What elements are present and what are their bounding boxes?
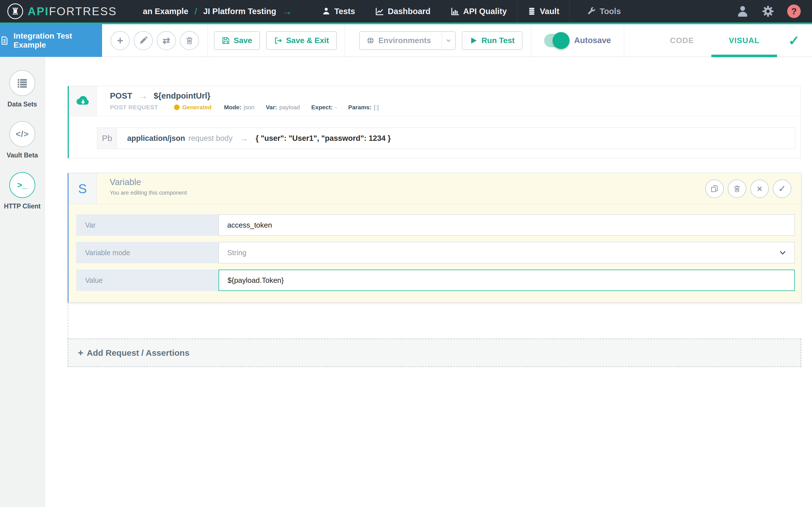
sidebar-item-http-client[interactable]: >_ HTTP Client bbox=[4, 172, 41, 210]
save-exit-button[interactable]: Save & Exit bbox=[266, 31, 337, 50]
cancel-edit-button[interactable]: × bbox=[750, 179, 769, 198]
add-request-label: Add Request / Assertions bbox=[87, 348, 190, 358]
variable-mode-select[interactable]: String bbox=[218, 242, 795, 263]
meta-mode: Mode:json bbox=[224, 104, 254, 111]
sidebar-label: HTTP Client bbox=[4, 203, 41, 210]
plus-icon: + bbox=[78, 347, 84, 358]
post-title-block: POST → ${endpointUrl} POST REQUEST Gener… bbox=[97, 86, 390, 116]
wrench-icon bbox=[587, 7, 596, 15]
variable-tag: S bbox=[68, 173, 97, 204]
plus-icon: + bbox=[117, 35, 123, 46]
bar-chart-icon bbox=[451, 7, 459, 15]
field-row-var: Var access_token bbox=[76, 214, 795, 236]
copy-icon bbox=[711, 185, 718, 193]
save-button[interactable]: Save bbox=[214, 31, 260, 50]
edit-button[interactable] bbox=[134, 31, 153, 50]
request-body-value: { "user": "User1", "password": 1234 } bbox=[256, 134, 391, 143]
variable-component-editor: S Variable You are editing this componen… bbox=[68, 173, 801, 302]
duplicate-button[interactable] bbox=[705, 179, 724, 198]
nav-label: Tests bbox=[335, 7, 355, 16]
brand-name: APIFORTRESS bbox=[28, 5, 117, 18]
delete-test-button[interactable] bbox=[180, 31, 199, 50]
field-label: Variable mode bbox=[76, 242, 218, 263]
nav-tools[interactable]: Tools bbox=[577, 0, 631, 22]
environments-dropdown[interactable]: Environments bbox=[359, 31, 456, 50]
save-label: Save bbox=[234, 36, 252, 45]
environments-label: Environments bbox=[378, 36, 431, 45]
nav-api-quality[interactable]: API Quality bbox=[441, 0, 517, 22]
component-icon-buttons: + ⇄ bbox=[110, 31, 199, 50]
field-row-value: Value ${payload.Token} bbox=[76, 270, 795, 291]
swap-arrows-icon: ⇄ bbox=[163, 36, 170, 45]
nav-label: Vault bbox=[540, 7, 559, 16]
topbar-right-icons: ? bbox=[737, 4, 812, 18]
tab-visual[interactable]: VISUAL bbox=[711, 24, 777, 57]
main-nav: Tests Dashboard API Quality Vault Tools bbox=[312, 0, 631, 22]
tab-code[interactable]: CODE bbox=[652, 24, 711, 57]
save-exit-label: Save & Exit bbox=[286, 36, 329, 45]
confirm-edit-button[interactable]: ✓ bbox=[773, 179, 792, 198]
top-navigation-bar: ♜ APIFORTRESS an Example / JI Platform T… bbox=[0, 0, 812, 24]
code-icon: </> bbox=[9, 121, 35, 147]
breadcrumb-project[interactable]: an Example bbox=[143, 7, 188, 16]
nav-tests[interactable]: Tests bbox=[312, 0, 365, 22]
exit-icon bbox=[274, 37, 282, 45]
autosave-toggle[interactable] bbox=[544, 34, 568, 47]
arrow-right-icon: → bbox=[240, 133, 248, 143]
generated-badge: Generated bbox=[174, 104, 212, 111]
brand-api: API bbox=[28, 5, 49, 17]
account-icon[interactable] bbox=[737, 5, 749, 17]
chevron-down-icon[interactable] bbox=[442, 32, 455, 49]
meta-params: Params:[:] bbox=[348, 104, 378, 111]
brand-fortress: FORTRESS bbox=[49, 5, 117, 17]
test-canvas: POST → ${endpointUrl} POST REQUEST Gener… bbox=[45, 57, 812, 507]
app-logo[interactable]: ♜ APIFORTRESS bbox=[0, 3, 117, 19]
variable-fields: Var access_token Variable mode String Va… bbox=[68, 204, 801, 302]
request-body-label: request body bbox=[189, 134, 233, 143]
meta-expect: Expect:- bbox=[311, 104, 337, 111]
tools-sidebar: Data Sets </> Vault Beta >_ HTTP Client bbox=[0, 57, 45, 507]
test-tab[interactable]: Integration Test Example bbox=[0, 24, 102, 57]
toolbar-divider bbox=[207, 24, 208, 57]
nav-label: Tools bbox=[600, 7, 621, 16]
sidebar-item-data-sets[interactable]: Data Sets bbox=[8, 70, 37, 108]
meta-var: Var:payload bbox=[266, 104, 300, 111]
floppy-icon bbox=[222, 37, 230, 45]
post-request-component[interactable]: POST → ${endpointUrl} POST REQUEST Gener… bbox=[68, 86, 801, 158]
play-icon bbox=[470, 37, 477, 45]
post-body-tag: Pb bbox=[97, 128, 117, 149]
terminal-glyph: >_ bbox=[17, 180, 28, 190]
breadcrumb-separator: / bbox=[195, 6, 197, 17]
arrow-right-icon: → bbox=[139, 91, 147, 101]
delete-component-button[interactable] bbox=[728, 179, 746, 198]
selected-option: String bbox=[227, 248, 246, 257]
generated-label: Generated bbox=[183, 104, 212, 111]
run-test-button[interactable]: Run Test bbox=[462, 31, 523, 50]
terminal-icon: >_ bbox=[9, 172, 35, 198]
trash-icon bbox=[733, 185, 741, 193]
add-request-assertions-button[interactable]: + Add Request / Assertions bbox=[68, 339, 801, 367]
code-glyph: </> bbox=[16, 129, 29, 139]
run-test-label: Run Test bbox=[481, 36, 515, 45]
confirm-check-icon[interactable]: ✓ bbox=[788, 33, 800, 48]
sidebar-label: Data Sets bbox=[8, 101, 37, 108]
sidebar-item-vault-beta[interactable]: </> Vault Beta bbox=[6, 121, 38, 159]
trash-icon bbox=[185, 36, 194, 45]
autosave-label: Autosave bbox=[574, 36, 611, 45]
request-body-row[interactable]: Pb application/json request body → { "us… bbox=[97, 128, 795, 149]
value-input[interactable]: ${payload.Token} bbox=[218, 270, 795, 291]
settings-gear-icon[interactable] bbox=[762, 5, 774, 17]
field-label: Var bbox=[76, 214, 218, 236]
chevron-down-icon bbox=[779, 249, 786, 257]
nav-dashboard[interactable]: Dashboard bbox=[365, 0, 441, 22]
reorder-button[interactable]: ⇄ bbox=[157, 31, 176, 50]
field-row-variable-mode: Variable mode String bbox=[76, 242, 795, 263]
var-name-input[interactable]: access_token bbox=[218, 214, 795, 236]
add-component-button[interactable]: + bbox=[110, 31, 130, 50]
component-type-label: POST REQUEST bbox=[110, 104, 158, 111]
nav-vault[interactable]: Vault bbox=[517, 0, 570, 22]
autosave-toggle-group: Autosave bbox=[544, 34, 611, 47]
test-toolbar: Integration Test Example + ⇄ Save Save &… bbox=[0, 24, 812, 57]
help-icon[interactable]: ? bbox=[787, 4, 801, 18]
breadcrumb-test-name[interactable]: JI Platform Testing bbox=[203, 7, 276, 16]
